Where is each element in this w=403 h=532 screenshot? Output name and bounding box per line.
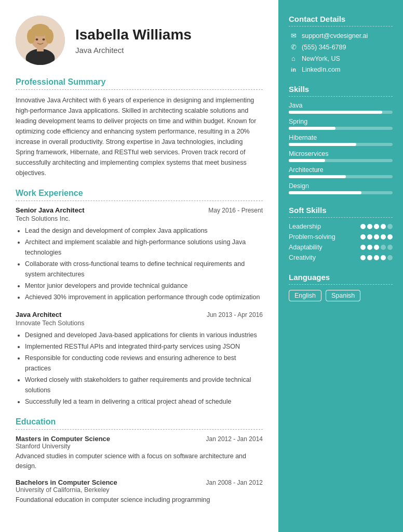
job-title: Senior Java Architect <box>16 206 84 214</box>
left-column: Isabella Williams Java Architect Profess… <box>0 0 278 532</box>
job-item: Java Architect Jun 2013 - Apr 2016 Innov… <box>16 311 263 407</box>
dots <box>360 224 393 229</box>
linkedin-icon: in <box>289 66 298 73</box>
skill-bar-fill <box>289 175 346 178</box>
soft-skill-name: Adaptability <box>289 244 323 251</box>
soft-skill-name: Creativity <box>289 254 316 261</box>
skill-bar-bg <box>289 159 393 162</box>
education-section: Education Masters in Computer Science Ja… <box>16 417 263 504</box>
dot-filled <box>360 255 366 260</box>
job-company: Innovate Tech Solutions <box>16 320 263 327</box>
list-item: Successfully led a team in delivering a … <box>25 396 263 407</box>
summary-text: Innovative Java Architect with 6 years o… <box>16 95 263 178</box>
soft-skill-item: Adaptability <box>289 244 393 251</box>
list-item: Architect and implement scalable and hig… <box>25 237 263 258</box>
svg-point-5 <box>27 29 35 44</box>
dot-empty <box>381 245 386 250</box>
education-item: Bachelors in Computer Science Jan 2008 -… <box>16 478 263 505</box>
dot-filled <box>360 234 366 240</box>
skill-bar-fill <box>289 127 335 130</box>
list-item: Lead the design and development of compl… <box>25 225 263 236</box>
soft-skill-name: Leadership <box>289 223 321 230</box>
list-item: Collaborate with cross-functional teams … <box>25 259 263 280</box>
job-date: May 2016 - Present <box>208 207 263 214</box>
dot-empty <box>387 245 393 250</box>
skill-name: Microservices <box>289 150 393 157</box>
svg-point-6 <box>45 29 53 44</box>
edu-desc: Advanced studies in computer science wit… <box>16 451 263 471</box>
list-item: Mentor junior developers and provide tec… <box>25 281 263 291</box>
language-badge-spanish: Spanish <box>326 290 360 301</box>
edu-degree: Masters in Computer Science <box>16 435 110 443</box>
soft-skill-item: Creativity <box>289 254 393 261</box>
dot-filled <box>367 224 372 229</box>
job-date: Jun 2013 - Apr 2016 <box>207 311 263 318</box>
dot-filled <box>367 255 372 260</box>
contact-location-value: NewYork, US <box>302 55 340 62</box>
skill-item: Hibernate <box>289 134 393 146</box>
edu-desc: Foundational education in computer scien… <box>16 495 263 505</box>
dot-filled <box>360 224 366 229</box>
job-company: Tech Solutions Inc. <box>16 215 263 222</box>
list-item: Implemented RESTful APIs and integrated … <box>25 341 263 352</box>
candidate-name: Isabella Williams <box>75 26 192 44</box>
edu-school: University of California, Berkeley <box>16 486 263 494</box>
job-bullets: Lead the design and development of compl… <box>16 225 263 302</box>
dot-filled <box>381 234 386 240</box>
soft-skill-name: Problem-solving <box>289 233 335 241</box>
dot-filled <box>367 245 372 250</box>
edu-date: Jan 2012 - Jan 2014 <box>206 435 263 443</box>
dot-filled <box>374 255 379 260</box>
languages-title: Languages <box>289 273 393 285</box>
contact-location: ⌂ NewYork, US <box>289 55 393 62</box>
skill-item: Java <box>289 102 393 114</box>
dot-filled <box>374 234 379 240</box>
candidate-title: Java Architect <box>75 46 192 55</box>
name-title: Isabella Williams Java Architect <box>75 26 192 55</box>
skill-bar-fill <box>289 159 325 162</box>
edu-date: Jan 2008 - Jan 2012 <box>206 479 263 486</box>
dot-filled <box>374 245 379 250</box>
skill-bar-bg <box>289 111 393 114</box>
contact-section: Contact Details ✉ support@cvdesigner.ai … <box>289 15 393 73</box>
list-item: Designed and developed Java-based applic… <box>25 330 263 340</box>
skill-item: Spring <box>289 118 393 130</box>
job-bullets: Designed and developed Java-based applic… <box>16 330 263 407</box>
contact-title: Contact Details <box>289 15 393 26</box>
right-column: Contact Details ✉ support@cvdesigner.ai … <box>278 0 403 532</box>
job-item: Senior Java Architect May 2016 - Present… <box>16 206 263 302</box>
languages-section: Languages English Spanish <box>289 273 393 301</box>
skill-item: Architecture <box>289 166 393 178</box>
dot-empty <box>387 255 393 260</box>
list-item: Achieved 30% improvement in application … <box>25 292 263 302</box>
work-experience-title: Work Experience <box>16 189 263 201</box>
job-title: Java Architect <box>16 311 61 318</box>
header: Isabella Williams Java Architect <box>16 16 263 65</box>
job-header: Senior Java Architect May 2016 - Present <box>16 206 263 214</box>
dots <box>360 245 393 250</box>
skill-name: Design <box>289 182 393 190</box>
soft-skill-item: Leadership <box>289 223 393 230</box>
work-experience-section: Work Experience Senior Java Architect Ma… <box>16 189 263 407</box>
skill-bar-fill <box>289 191 361 194</box>
dots <box>360 234 393 240</box>
dot-filled <box>367 234 372 240</box>
skill-name: Java <box>289 102 393 109</box>
dot-filled <box>381 224 386 229</box>
dot-filled <box>381 255 386 260</box>
dot-filled <box>387 234 393 240</box>
skill-bar-bg <box>289 127 393 130</box>
contact-linkedin: in LinkedIn.com <box>289 66 393 73</box>
contact-email: ✉ support@cvdesigner.ai <box>289 32 393 39</box>
summary-title: Professional Summary <box>16 77 263 90</box>
email-icon: ✉ <box>289 32 298 39</box>
skill-name: Architecture <box>289 166 393 174</box>
contact-linkedin-value: LinkedIn.com <box>302 66 340 73</box>
svg-point-7 <box>36 38 38 41</box>
language-badges: English Spanish <box>289 290 393 301</box>
skill-name: Spring <box>289 118 393 125</box>
dot-empty <box>387 224 393 229</box>
contact-email-value: support@cvdesigner.ai <box>302 32 368 39</box>
job-header: Java Architect Jun 2013 - Apr 2016 <box>16 311 263 318</box>
edu-school: Stanford University <box>16 443 263 450</box>
